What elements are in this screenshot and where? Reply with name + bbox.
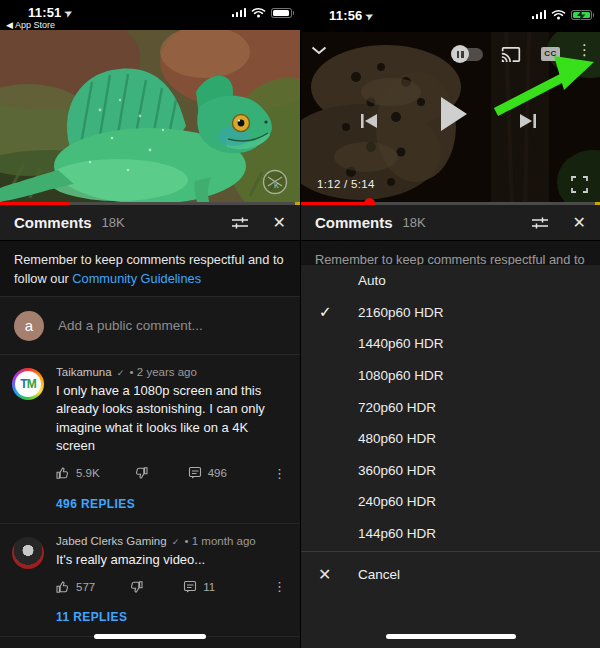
selected-check-icon: ✓ xyxy=(319,303,332,321)
quality-option-144p[interactable]: 144p60 HDR xyxy=(301,518,600,550)
comments-header: Comments 18K ✕ xyxy=(0,205,300,241)
thumbs-down-icon[interactable] xyxy=(134,466,148,480)
quality-option-360p[interactable]: 360p60 HDR xyxy=(301,455,600,487)
cellular-signal-icon xyxy=(532,10,547,20)
thumbs-down-icon[interactable] xyxy=(129,580,143,594)
comment-actions: 5.9K 496 ⋮ xyxy=(56,466,286,481)
like-count: 577 xyxy=(76,581,95,593)
comment-meta: Jabed Clerks Gaming ✓ • 1 month ago xyxy=(56,535,286,547)
thumbs-up-icon[interactable] xyxy=(56,580,70,594)
reply-count: 11 xyxy=(203,581,215,593)
thumbs-up-icon[interactable] xyxy=(56,466,70,480)
comment-meta: Taikamuna ✓ • 2 years ago xyxy=(56,366,286,378)
quality-option-240p[interactable]: 240p60 HDR xyxy=(301,486,600,518)
progress-played xyxy=(0,202,69,205)
clock: 11:51➤ xyxy=(28,5,72,20)
comment-author[interactable]: Taikamuna xyxy=(56,366,112,378)
time-display: 1:12 / 5:14 xyxy=(317,178,375,190)
comment-item: Jabed Clerks Gaming ✓ • 1 month ago It's… xyxy=(0,524,300,604)
comments-title: Comments xyxy=(14,214,92,231)
cancel-button[interactable]: ✕ Cancel xyxy=(301,552,600,596)
view-replies-link[interactable]: 11 REPLIES xyxy=(0,604,300,637)
home-indicator[interactable] xyxy=(386,634,516,639)
reply-comment-icon[interactable] xyxy=(183,580,197,594)
close-comments-icon[interactable]: ✕ xyxy=(273,213,286,232)
community-guidelines-link[interactable]: Community Guidelines xyxy=(72,271,201,286)
wifi-icon xyxy=(251,7,266,18)
comment-time: 1 month ago xyxy=(192,535,256,547)
close-comments-icon[interactable]: ✕ xyxy=(573,213,586,232)
quality-option-480p[interactable]: 480p60 HDR xyxy=(301,423,600,455)
annotation-arrow xyxy=(488,54,598,116)
home-indicator[interactable] xyxy=(94,634,206,639)
battery-charging-icon xyxy=(571,10,592,20)
video-progress-bar[interactable] xyxy=(0,202,300,205)
back-to-app-store-link[interactable]: ◀ App Store xyxy=(6,20,55,30)
community-guidelines-notice: Remember to keep comments respectful and… xyxy=(0,241,300,296)
progress-end-marker xyxy=(595,202,600,205)
add-comment-placeholder[interactable]: Add a public comment... xyxy=(58,318,203,333)
verified-badge-icon: ✓ xyxy=(172,537,180,547)
verified-badge-icon: ✓ xyxy=(117,368,125,378)
view-replies-link[interactable]: 496 REPLIES xyxy=(0,491,300,524)
comment-options-icon[interactable]: ⋮ xyxy=(273,466,286,481)
comment-text: It's really amazing video... xyxy=(56,551,286,569)
reply-count: 496 xyxy=(208,467,227,479)
quality-option-1080p[interactable]: 1080p60 HDR xyxy=(301,360,600,392)
channel-watermark-icon[interactable]: K xyxy=(262,169,288,195)
reply-comment-icon[interactable] xyxy=(188,466,202,480)
comments-title: Comments xyxy=(315,214,393,231)
left-status-bar: 11:51➤ ◀ App Store xyxy=(0,0,300,30)
add-comment-row[interactable]: a Add a public comment... xyxy=(0,296,300,355)
comment-text: I only have a 1080p screen and this alre… xyxy=(56,382,286,456)
dot-separator: • xyxy=(130,366,134,378)
dual-screenshot: 11:51➤ ◀ App Store xyxy=(0,0,600,648)
left-screenshot-comments-view: 11:51➤ ◀ App Store xyxy=(0,0,300,648)
right-status-bar: 11:56➤ xyxy=(301,0,600,32)
comments-header: Comments 18K ✕ xyxy=(301,205,600,241)
lizard-video-frame xyxy=(0,30,300,205)
progress-end-marker xyxy=(295,202,300,205)
previous-video-icon[interactable] xyxy=(359,110,379,132)
video-player-lizard[interactable]: K xyxy=(0,30,300,205)
autoplay-pause-icon xyxy=(451,45,469,63)
quality-selection-menu: Auto ✓2160p60 HDR 1440p60 HDR 1080p60 HD… xyxy=(301,265,600,648)
right-screenshot-quality-menu: 11:56➤ xyxy=(300,0,600,648)
wifi-icon xyxy=(551,9,566,20)
cellular-signal-icon xyxy=(232,8,247,18)
like-count: 5.9K xyxy=(76,467,100,479)
comment-actions: 577 11 ⋮ xyxy=(56,579,286,594)
cancel-x-icon: ✕ xyxy=(318,565,331,584)
svg-text:K: K xyxy=(274,182,279,189)
progress-played xyxy=(301,202,370,205)
location-arrow-icon: ➤ xyxy=(363,10,375,22)
fullscreen-icon[interactable] xyxy=(571,176,588,193)
dot-separator: • xyxy=(185,535,189,547)
clock: 11:56➤ xyxy=(329,8,373,23)
quality-option-2160p-selected[interactable]: ✓2160p60 HDR xyxy=(301,297,600,329)
comment-time: 2 years ago xyxy=(137,366,197,378)
minimize-player-icon[interactable] xyxy=(311,46,327,55)
comments-count: 18K xyxy=(403,215,426,230)
sort-filter-icon[interactable] xyxy=(231,216,249,230)
location-arrow-icon: ➤ xyxy=(62,7,74,19)
quality-option-720p[interactable]: 720p60 HDR xyxy=(301,391,600,423)
video-player-snake[interactable]: CC ⋮ 1:12 / 5:14 xyxy=(301,32,600,205)
play-icon[interactable] xyxy=(439,96,469,132)
sort-filter-icon[interactable] xyxy=(531,216,549,230)
quality-option-auto[interactable]: Auto xyxy=(301,265,600,297)
commenter-avatar[interactable]: TM xyxy=(12,368,44,400)
comment-options-icon[interactable]: ⋮ xyxy=(273,579,286,594)
battery-icon xyxy=(271,8,292,18)
commenter-avatar[interactable] xyxy=(12,537,44,569)
comments-count: 18K xyxy=(102,215,125,230)
user-avatar[interactable]: a xyxy=(14,311,44,341)
autoplay-toggle[interactable] xyxy=(453,48,483,61)
comment-item: TM Taikamuna ✓ • 2 years ago I only have… xyxy=(0,355,300,491)
back-chevron-icon: ◀ xyxy=(6,20,13,30)
quality-option-1440p[interactable]: 1440p60 HDR xyxy=(301,328,600,360)
comment-author[interactable]: Jabed Clerks Gaming xyxy=(56,535,167,547)
video-progress-bar[interactable] xyxy=(301,202,600,205)
